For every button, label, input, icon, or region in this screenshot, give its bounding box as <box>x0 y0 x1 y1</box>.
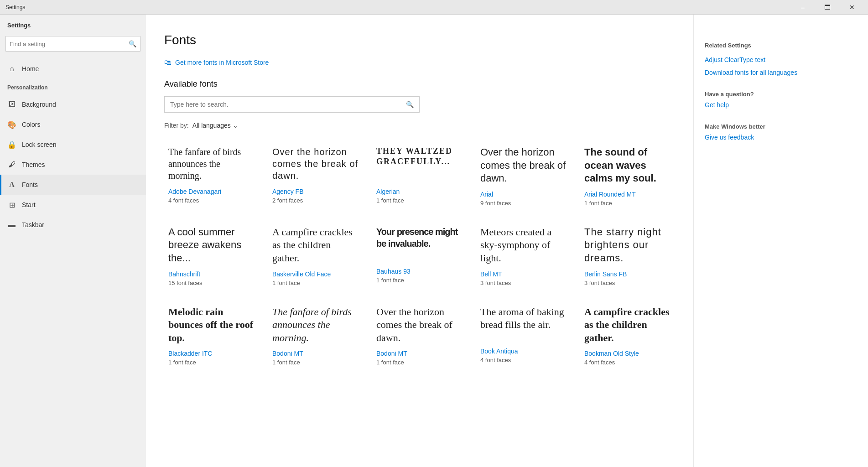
taskbar-icon: ▬ <box>7 221 16 229</box>
filter-label: Filter by: <box>164 122 189 129</box>
font-preview-text: Over the horizon comes the break of dawn… <box>480 146 567 185</box>
font-search-button[interactable]: 🔍 <box>400 101 419 108</box>
sidebar-item-themes[interactable]: 🖌 Themes <box>0 155 146 175</box>
sidebar-start-label: Start <box>22 201 36 208</box>
font-card[interactable]: The fanfare of birds announces the morni… <box>268 301 363 370</box>
font-card[interactable]: Melodic rain bounces off the roof top.Bl… <box>164 301 259 370</box>
get-fonts-label: Get more fonts in Microsoft Store <box>175 59 269 66</box>
font-card[interactable]: A cool summer breeze awakens the...Bahns… <box>164 222 259 291</box>
sidebar-item-start[interactable]: ⊞ Start <box>0 195 146 215</box>
give-feedback-link[interactable]: Give us feedback <box>705 134 801 141</box>
font-preview-text: Over the horizon comes the break of dawn… <box>376 306 463 345</box>
filter-value: All languages <box>192 122 231 129</box>
font-name: Book Antiqua <box>480 348 567 355</box>
filter-dropdown[interactable]: All languages ⌄ <box>192 122 238 129</box>
get-more-fonts-link[interactable]: 🛍 Get more fonts in Microsoft Store <box>164 58 675 67</box>
font-preview-text: THEY WALTZED GRACEFULLY... <box>376 146 463 182</box>
sidebar: Settings 🔍 ⌂ Home Personalization 🖼 Back… <box>0 0 146 467</box>
filter-row: Filter by: All languages ⌄ <box>164 122 675 129</box>
window-controls: – 🗖 ✕ <box>792 0 863 15</box>
font-search-input[interactable] <box>165 101 400 108</box>
search-input[interactable] <box>6 41 125 47</box>
sidebar-item-background[interactable]: 🖼 Background <box>0 94 146 114</box>
sidebar-lock-label: Lock screen <box>22 141 56 148</box>
close-button[interactable]: ✕ <box>842 0 863 15</box>
download-fonts-link[interactable]: Download fonts for all languages <box>705 69 801 76</box>
font-card[interactable]: The sound of ocean waves calms my soul.A… <box>580 142 675 211</box>
font-faces: 4 font faces <box>480 357 567 363</box>
font-name: Bahnschrift <box>168 270 255 278</box>
font-preview-text: The fanfare of birds announces the morni… <box>272 306 359 345</box>
font-card[interactable]: A campfire crackles as the children gath… <box>268 222 363 291</box>
font-name: Baskerville Old Face <box>272 270 359 278</box>
title-bar: Settings – 🗖 ✕ <box>0 0 868 15</box>
font-card[interactable]: Over the horizon comes the break of dawn… <box>476 142 571 211</box>
sidebar-item-home[interactable]: ⌂ Home <box>0 59 146 79</box>
font-card[interactable]: Meteors created a sky-symphony of light.… <box>476 222 571 291</box>
font-faces: 3 font faces <box>584 280 671 286</box>
themes-icon: 🖌 <box>7 161 16 169</box>
sidebar-item-lock-screen[interactable]: 🔒 Lock screen <box>0 135 146 155</box>
font-name: Bodoni MT <box>376 350 463 357</box>
related-settings-title: Related Settings <box>705 42 801 49</box>
maximize-button[interactable]: 🗖 <box>817 0 838 15</box>
font-faces: 4 font faces <box>168 197 255 204</box>
sidebar-item-taskbar[interactable]: ▬ Taskbar <box>0 215 146 235</box>
font-preview-text: The sound of ocean waves calms my soul. <box>584 146 671 185</box>
store-icon: 🛍 <box>164 58 172 67</box>
app-title: Settings <box>5 4 25 10</box>
font-preview-text: Your presence might be invaluable. <box>376 226 463 262</box>
font-card[interactable]: Your presence might be invaluable.Bauhau… <box>372 222 467 291</box>
font-search-box[interactable]: 🔍 <box>164 96 420 113</box>
font-name: Bookman Old Style <box>584 350 671 357</box>
background-icon: 🖼 <box>7 100 16 109</box>
font-card[interactable]: A campfire crackles as the children gath… <box>580 301 675 370</box>
font-name: Arial <box>480 191 567 198</box>
fonts-icon: A <box>7 181 16 189</box>
font-name: Bell MT <box>480 270 567 278</box>
home-icon: ⌂ <box>7 65 16 73</box>
font-faces: 1 font face <box>272 359 359 366</box>
adjust-cleartype-link[interactable]: Adjust ClearType text <box>705 56 801 63</box>
font-card[interactable]: Over the horizon comes the break of dawn… <box>268 142 363 211</box>
font-faces: 2 font faces <box>272 197 359 204</box>
main-content: Fonts 🛍 Get more fonts in Microsoft Stor… <box>146 15 693 467</box>
main-area: Fonts 🛍 Get more fonts in Microsoft Stor… <box>146 0 868 467</box>
font-faces: 15 font faces <box>168 280 255 286</box>
colors-icon: 🎨 <box>7 120 16 129</box>
available-fonts-title: Available fonts <box>164 79 675 89</box>
font-grid: The fanfare of birds announces the morni… <box>164 142 675 370</box>
font-card[interactable]: THEY WALTZED GRACEFULLY...Algerian1 font… <box>372 142 467 211</box>
search-icon: 🔍 <box>125 40 140 47</box>
font-faces: 1 font face <box>376 197 463 204</box>
font-preview-text: Meteors created a sky-symphony of light. <box>480 226 567 265</box>
sidebar-colors-label: Colors <box>22 121 40 128</box>
font-preview-text: A cool summer breeze awakens the... <box>168 226 255 265</box>
font-faces: 1 font face <box>376 277 463 284</box>
get-help-link[interactable]: Get help <box>705 101 801 109</box>
sidebar-section: Personalization <box>0 79 146 94</box>
font-preview-text: The fanfare of birds announces the morni… <box>168 146 255 182</box>
sidebar-item-fonts[interactable]: A Fonts <box>0 175 146 195</box>
font-preview-text: A campfire crackles as the children gath… <box>584 306 671 345</box>
chevron-down-icon: ⌄ <box>233 122 238 129</box>
font-card[interactable]: Over the horizon comes the break of dawn… <box>372 301 467 370</box>
sidebar-background-label: Background <box>22 101 56 108</box>
font-preview-text: The aroma of baking bread fills the air. <box>480 306 567 342</box>
font-faces: 1 font face <box>376 359 463 366</box>
font-faces: 1 font face <box>584 200 671 207</box>
font-name: Blackadder ITC <box>168 350 255 357</box>
font-card[interactable]: The starry night brightens our dreams.Be… <box>580 222 675 291</box>
font-faces: 3 font faces <box>480 280 567 286</box>
sidebar-item-colors[interactable]: 🎨 Colors <box>0 114 146 135</box>
minimize-button[interactable]: – <box>792 0 813 15</box>
search-box[interactable]: 🔍 <box>5 36 140 52</box>
font-name: Bodoni MT <box>272 350 359 357</box>
font-faces: 4 font faces <box>584 359 671 366</box>
sidebar-fonts-label: Fonts <box>22 181 38 188</box>
make-better-title: Make Windows better <box>705 123 801 130</box>
font-preview-text: A campfire crackles as the children gath… <box>272 226 359 265</box>
font-name: Arial Rounded MT <box>584 191 671 198</box>
font-card[interactable]: The aroma of baking bread fills the air.… <box>476 301 571 370</box>
font-card[interactable]: The fanfare of birds announces the morni… <box>164 142 259 211</box>
